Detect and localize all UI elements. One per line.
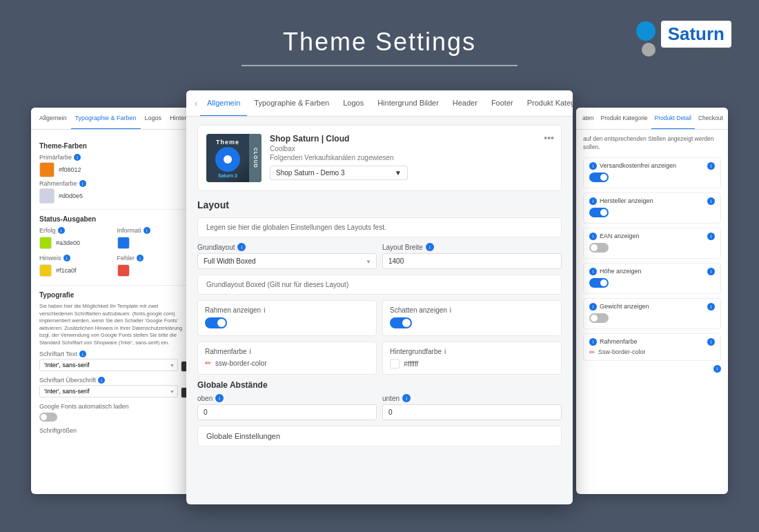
hintergrundfarbe-input-wrap: #ffffff bbox=[390, 359, 554, 368]
shop-info: Shop Saturn | Cloud Coolbax Folgenden Ve… bbox=[270, 134, 408, 180]
tab-hintergrund[interactable]: Hintergrund Bilder bbox=[371, 90, 446, 117]
oben-input[interactable] bbox=[197, 404, 377, 420]
tab-logos[interactable]: Logos bbox=[336, 90, 371, 117]
right-rahmenfarbe-value: Ssw-border-color bbox=[598, 348, 646, 355]
right-ean-toggle[interactable] bbox=[589, 243, 609, 253]
left-primary-value: #f08012 bbox=[59, 166, 81, 173]
left-theme-farben-title: Theme-Farben bbox=[39, 142, 192, 150]
rahmen-toggle-group: Rahmen anzeigen i bbox=[197, 300, 377, 336]
layout-info-box: Legen sie hier die globalen Einstellunge… bbox=[197, 217, 562, 237]
rahmenfarbe-group: Rahmenfarbe i ✏ ssw-border-color bbox=[197, 342, 377, 375]
rahmen-toggle[interactable] bbox=[205, 317, 227, 328]
shop-company: Coolbax bbox=[270, 145, 408, 152]
left-border-info-icon[interactable]: i bbox=[79, 180, 86, 187]
hintergrundfarbe-swatch[interactable] bbox=[390, 359, 400, 368]
right-hersteller-item: i Hersteller anzeigen i bbox=[583, 193, 721, 224]
rahmenfarbe-pencil-icon[interactable]: ✏ bbox=[205, 359, 211, 368]
right-hoehe-info2[interactable]: i bbox=[707, 268, 715, 275]
right-rahmenfarbe-input-wrap: ✏ Ssw-border-color bbox=[589, 348, 715, 356]
grundlayout-select[interactable]: Full Width Boxed bbox=[197, 253, 377, 269]
left-border-swatch[interactable] bbox=[39, 188, 55, 204]
left-status-error: Fehler i bbox=[117, 255, 193, 279]
schatten-toggle[interactable] bbox=[390, 317, 412, 328]
left-tab-typo[interactable]: Typographie & Farben bbox=[71, 108, 141, 130]
tab-footer[interactable]: Footer bbox=[484, 90, 520, 117]
logo-text-wrap: Saturn von CoolBax bbox=[661, 21, 731, 57]
right-gewicht-toggle[interactable] bbox=[589, 313, 609, 323]
color-row-rahmen-hintergrund: Rahmenfarbe i ✏ ssw-border-color Hinterg… bbox=[197, 342, 562, 375]
right-ean-info2[interactable]: i bbox=[707, 233, 715, 240]
right-bottom-info: i bbox=[583, 365, 721, 373]
grundlayout-select-wrap: Full Width Boxed bbox=[197, 253, 377, 269]
left-font-headline-select[interactable]: 'Inter', sans-serif bbox=[39, 385, 178, 397]
left-tab-nav: Allgemein Typographie & Farben Logos Hin… bbox=[31, 108, 200, 130]
tab-typo[interactable]: Typographie & Farben bbox=[247, 90, 336, 117]
left-primary-info-icon[interactable]: i bbox=[74, 154, 81, 161]
unten-group: unten i bbox=[382, 394, 562, 420]
left-font-text-select[interactable]: 'Inter', sans-serif bbox=[39, 359, 178, 371]
shop-channel-dropdown[interactable]: Shop Saturn - Demo 3 ▼ bbox=[270, 166, 408, 180]
shop-dots-menu[interactable]: ••• bbox=[544, 132, 554, 144]
hintergrundfarbe-info-icon[interactable]: i bbox=[444, 348, 446, 355]
grundlayout-info-icon[interactable]: i bbox=[237, 243, 246, 251]
left-hint-swatch[interactable] bbox=[39, 264, 52, 277]
left-tab-logos[interactable]: Logos bbox=[141, 108, 166, 130]
logo-circles bbox=[636, 21, 656, 57]
right-rahmenfarbe-info2[interactable]: i bbox=[707, 338, 715, 346]
abstaende-form-row: oben i unten i bbox=[197, 394, 562, 420]
left-info-info-icon[interactable]: i bbox=[144, 227, 150, 234]
right-versandkostenfrei-info2[interactable]: i bbox=[707, 162, 715, 170]
left-error-swatch[interactable] bbox=[117, 264, 130, 277]
rahmen-info-icon[interactable]: i bbox=[264, 306, 265, 314]
left-status-info: Informati i bbox=[117, 227, 193, 252]
right-hersteller-info2[interactable]: i bbox=[707, 197, 715, 205]
schatten-info-icon[interactable]: i bbox=[450, 306, 451, 314]
right-hersteller-toggle[interactable] bbox=[589, 208, 609, 217]
right-tab-checkout[interactable]: Checkout bbox=[695, 108, 727, 130]
right-versandkostenfrei-toggle[interactable] bbox=[589, 173, 609, 182]
right-hoehe-toggle[interactable] bbox=[589, 278, 609, 288]
left-error-info-icon[interactable]: i bbox=[137, 255, 144, 262]
left-font-headline-info-icon[interactable]: i bbox=[98, 377, 105, 384]
layout-breite-info-icon[interactable]: i bbox=[426, 243, 434, 251]
tab-prev-arrow[interactable]: ‹ bbox=[192, 99, 200, 108]
right-tab-aten[interactable]: aten bbox=[579, 108, 598, 130]
left-border-value: #d0d0e5 bbox=[59, 193, 83, 199]
shop-card: Theme Saturn 3 CLOUD Shop Saturn | Cloud… bbox=[197, 125, 562, 191]
right-tab-produkt-detail[interactable]: Produkt Detail bbox=[651, 108, 695, 130]
right-panel-content: auf den entsprechenden Stellen angezeigt… bbox=[576, 130, 728, 378]
left-info-swatch[interactable] bbox=[117, 237, 130, 249]
left-success-info-icon[interactable]: i bbox=[58, 227, 65, 234]
unten-info-icon[interactable]: i bbox=[402, 394, 411, 402]
rahmenfarbe-label: Rahmenfarbe i bbox=[205, 348, 369, 355]
left-primary-swatch[interactable] bbox=[39, 162, 55, 177]
panel-right: aten Produkt Kategorie Produkt Detail Ch… bbox=[576, 108, 728, 494]
right-gewicht-info2[interactable]: i bbox=[707, 303, 715, 311]
right-info-text: auf den entsprechenden Stellen angezeigt… bbox=[583, 135, 721, 152]
left-success-swatch[interactable] bbox=[39, 237, 52, 249]
tab-allgemein[interactable]: Allgemein bbox=[200, 90, 247, 117]
right-tab-produkt-kat[interactable]: Produkt Kategorie bbox=[598, 108, 651, 130]
grundlayout-boxed-box: Grundlayout Boxed (Gilt nur für dieses L… bbox=[197, 275, 562, 295]
rahmenfarbe-info-icon[interactable]: i bbox=[250, 348, 251, 355]
oben-info-icon[interactable]: i bbox=[215, 394, 224, 402]
left-google-fonts-toggle[interactable] bbox=[39, 413, 57, 422]
left-tab-allgemein[interactable]: Allgemein bbox=[35, 108, 71, 130]
tab-produkt-kat[interactable]: Produkt Kategorie bbox=[520, 90, 573, 117]
right-ean-item: i EAN anzeigen i bbox=[583, 228, 721, 259]
layout-section-title: Layout bbox=[197, 199, 562, 210]
panel-left: Allgemein Typographie & Farben Logos Hin… bbox=[31, 108, 200, 494]
right-rahmenfarbe-pencil-icon[interactable]: ✏ bbox=[589, 348, 595, 356]
right-versandkostenfrei-item: i Versandkostenfrei anzeigen i bbox=[583, 157, 721, 188]
unten-input[interactable] bbox=[382, 404, 562, 420]
left-hint-info-icon[interactable]: i bbox=[63, 255, 70, 262]
layout-form-row1: Grundlayout i Full Width Boxed Layout Br… bbox=[197, 243, 562, 269]
rahmen-label: Rahmen anzeigen i bbox=[205, 306, 369, 314]
layout-breite-input[interactable] bbox=[382, 253, 562, 269]
right-tab-weiteres[interactable]: Weiteres bbox=[727, 108, 728, 130]
rahmenfarbe-input-wrap: ✏ ssw-border-color bbox=[205, 359, 369, 368]
tab-header[interactable]: Header bbox=[446, 90, 484, 117]
right-versandkostenfrei-label: i Versandkostenfrei anzeigen i bbox=[589, 162, 715, 170]
center-panel-content: Theme Saturn 3 CLOUD Shop Saturn | Cloud… bbox=[186, 117, 573, 504]
left-font-text-info-icon[interactable]: i bbox=[79, 351, 86, 357]
